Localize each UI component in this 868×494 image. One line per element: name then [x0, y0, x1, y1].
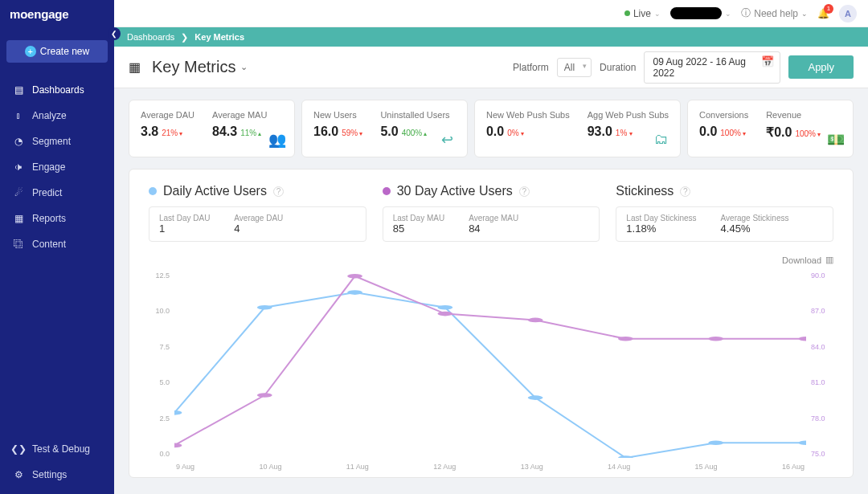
account-selector[interactable]: ████ — [670, 7, 722, 19]
live-label: Live — [633, 8, 651, 19]
ytick: 78.0 — [811, 414, 833, 423]
date-range-input[interactable]: 09 Aug 2022 - 16 Aug 2022 — [644, 51, 780, 84]
kpi-change: 100% — [720, 129, 746, 137]
breadcrumb: Dashboards ❯ Key Metrics — [114, 27, 868, 47]
chart-panel: Daily Active Users ? Last Day DAU1Averag… — [129, 169, 854, 478]
svg-point-9 — [257, 393, 272, 398]
svg-point-4 — [528, 395, 543, 400]
sidebar-item-engage[interactable]: 🕩Engage — [0, 154, 114, 180]
sidebar-item-test-debug[interactable]: ❮❯Test & Debug — [0, 436, 114, 462]
kpi-value: 16.0 — [313, 125, 338, 138]
nav-icon: ⫾ — [13, 110, 24, 121]
kpi-label: Revenue — [766, 110, 821, 120]
sidebar-item-analyze[interactable]: ⫾Analyze — [0, 103, 114, 129]
kpi-card[interactable]: Average DAU 3.821% Average MAU 84.311% 👥 — [129, 100, 295, 157]
env-selector[interactable]: Live ⌄ — [624, 8, 661, 19]
platform-label: Platform — [513, 62, 549, 73]
title-chevron-down-icon[interactable]: ⌄ — [240, 62, 248, 72]
ytick: 75.0 — [811, 450, 833, 458]
metric-stickiness: Stickiness ? Last Day Stickiness1.18%Ave… — [616, 184, 833, 242]
help-icon: ⓘ — [741, 6, 751, 20]
kpi-label: Average DAU — [141, 110, 194, 120]
metric-title-label: Stickiness — [616, 184, 674, 198]
sub-label: Last Day MAU — [393, 214, 444, 223]
nav-label: Predict — [32, 187, 62, 198]
help-icon[interactable]: ? — [273, 186, 284, 197]
xtick: 10 Aug — [259, 463, 281, 471]
sub-value: 85 — [393, 223, 444, 235]
ytick: 81.0 — [811, 378, 833, 386]
sub-label: Last Day Stickiness — [626, 214, 696, 223]
kpi-change: 11% — [240, 129, 261, 137]
sub-label: Average DAU — [234, 214, 283, 223]
create-new-button[interactable]: + Create new — [6, 40, 108, 63]
kpi-label: Average MAU — [212, 110, 267, 120]
kpi-card[interactable]: Conversions 0.0100% Revenue ₹0.0100% 💵 — [687, 100, 854, 157]
svg-point-2 — [347, 290, 362, 295]
sidebar-collapse-icon[interactable]: ❮ — [108, 27, 121, 40]
kpi-card[interactable]: New Web Push Subs 0.00% Agg Web Push Sub… — [474, 100, 681, 157]
kpi-icon: ↩ — [441, 131, 459, 149]
kpi-group: Conversions 0.0100% — [699, 110, 748, 147]
nav-label: Settings — [32, 469, 67, 480]
sub-value: 4.45% — [721, 223, 789, 235]
svg-point-0 — [174, 410, 182, 415]
kpi-value: 0.0 — [699, 125, 717, 138]
nav-icon: ⿻ — [13, 239, 24, 250]
topbar: Live ⌄ ████ ⌄ ⓘ Need help ⌄ 🔔 1 A — [114, 0, 868, 27]
sub-metric: Last Day DAU1 — [159, 214, 210, 235]
ytick: 0.0 — [149, 450, 170, 458]
svg-point-5 — [618, 455, 633, 458]
avatar[interactable]: A — [839, 5, 857, 22]
kpi-label: New Web Push Subs — [486, 110, 570, 120]
nav-icon: ◔ — [13, 136, 24, 147]
ytick: 5.0 — [149, 378, 170, 386]
help-icon[interactable]: ? — [519, 186, 530, 197]
sidebar: moengage ❮ + Create new ▤Dashboards⫾Anal… — [0, 0, 114, 494]
chevron-right-icon: ❯ — [181, 32, 188, 43]
ytick: 7.5 — [149, 343, 170, 351]
ytick: 90.0 — [811, 271, 833, 280]
help-link[interactable]: ⓘ Need help ⌄ — [741, 6, 808, 20]
platform-select[interactable]: All — [557, 58, 592, 77]
kpi-value: 93.0 — [588, 125, 612, 138]
sidebar-item-segment[interactable]: ◔Segment — [0, 129, 114, 154]
logo: moengage — [0, 0, 114, 27]
kpi-value: 5.0 — [380, 125, 398, 138]
xtick: 12 Aug — [433, 463, 456, 471]
kpi-label: Conversions — [699, 110, 748, 120]
nav-icon: ⚙ — [13, 469, 24, 480]
help-icon[interactable]: ? — [680, 186, 690, 197]
notifications-icon[interactable]: 🔔 1 — [817, 8, 829, 19]
apply-button[interactable]: Apply — [788, 55, 854, 79]
grid-icon[interactable]: ▦ — [129, 59, 141, 75]
svg-point-11 — [437, 312, 452, 316]
svg-point-12 — [528, 318, 543, 323]
sidebar-item-predict[interactable]: ☄Predict — [0, 180, 114, 206]
breadcrumb-root[interactable]: Dashboards — [127, 32, 174, 42]
kpi-card[interactable]: New Users 16.059% Uninstalled Users 5.04… — [301, 100, 468, 157]
kpi-change: 400% — [402, 129, 428, 137]
dot-icon — [383, 187, 391, 195]
chevron-down-icon: ⌄ — [654, 10, 661, 18]
ytick: 2.5 — [149, 414, 170, 423]
svg-point-8 — [174, 443, 182, 448]
download-link[interactable]: Download ▥ — [149, 255, 833, 265]
sidebar-item-reports[interactable]: ▦Reports — [0, 206, 114, 231]
sidebar-item-dashboards[interactable]: ▤Dashboards — [0, 77, 114, 103]
metric-title-label: 30 Day Active Users — [397, 184, 513, 198]
calendar-icon[interactable]: 📅 — [761, 55, 774, 67]
svg-point-3 — [437, 305, 452, 310]
xtick: 16 Aug — [782, 463, 805, 471]
nav-label: Analyze — [32, 110, 67, 121]
metric-title-label: Daily Active Users — [163, 184, 267, 198]
chevron-down-icon: ⌄ — [725, 10, 731, 18]
nav-label: Reports — [32, 213, 66, 224]
svg-point-6 — [708, 440, 723, 445]
sub-label: Average Stickiness — [721, 214, 789, 223]
download-label: Download — [782, 255, 821, 265]
sidebar-item-content[interactable]: ⿻Content — [0, 231, 114, 257]
xtick: 9 Aug — [176, 463, 194, 471]
chevron-down-icon: ⌄ — [801, 10, 808, 18]
sidebar-item-settings[interactable]: ⚙Settings — [0, 462, 114, 488]
